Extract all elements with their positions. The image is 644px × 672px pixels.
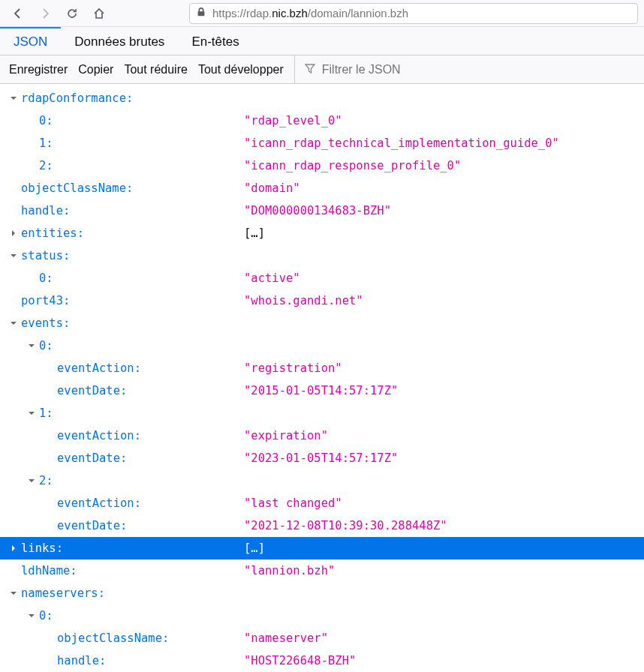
tree-row-port43[interactable]: port43:"whois.gandi.net" <box>0 290 644 312</box>
tree-row[interactable]: 2:"icann_rdap_response_profile_0" <box>0 154 644 177</box>
chevron-down-icon[interactable] <box>24 612 39 620</box>
browser-navigation-bar: https://rdap.nic.bzh/domain/lannion.bzh <box>0 0 644 27</box>
filter-input[interactable] <box>322 63 472 76</box>
tree-row[interactable]: eventDate:"2023-01-05T14:57:17Z" <box>0 447 644 470</box>
lock-icon <box>196 7 206 20</box>
tab-json[interactable]: JSON <box>0 27 61 55</box>
tree-row[interactable]: 0: <box>0 604 644 627</box>
reload-icon <box>66 8 78 20</box>
arrow-right-icon <box>39 8 51 20</box>
home-icon <box>93 8 105 20</box>
collapse-all-button[interactable]: Tout réduire <box>124 63 188 76</box>
tree-row[interactable]: 1: <box>0 402 644 424</box>
chevron-down-icon[interactable] <box>6 320 21 327</box>
tree-row[interactable]: eventAction:"last changed" <box>0 492 644 514</box>
back-button[interactable] <box>6 3 30 24</box>
copy-button[interactable]: Copier <box>78 63 113 76</box>
chevron-down-icon[interactable] <box>24 410 39 417</box>
tree-row[interactable]: eventDate:"2015-01-05T14:57:17Z" <box>0 380 644 402</box>
filter-box <box>294 56 635 83</box>
tab-raw-data[interactable]: Données brutes <box>61 27 178 55</box>
chevron-down-icon[interactable] <box>24 342 39 350</box>
chevron-right-icon[interactable] <box>6 230 21 237</box>
tree-row[interactable]: eventDate:"2021-12-08T10:39:30.288448Z" <box>0 514 644 537</box>
save-button[interactable]: Enregistrer <box>9 63 68 76</box>
tree-row-links[interactable]: links:[…] <box>0 537 644 560</box>
url-bar[interactable]: https://rdap.nic.bzh/domain/lannion.bzh <box>189 3 638 24</box>
tree-row-events[interactable]: events: <box>0 312 644 334</box>
tree-row[interactable]: 2: <box>0 470 644 492</box>
json-toolbar: Enregistrer Copier Tout réduire Tout dév… <box>0 56 644 84</box>
tab-headers[interactable]: En-têtes <box>178 27 252 55</box>
chevron-down-icon[interactable] <box>24 477 39 484</box>
tree-row-status[interactable]: status: <box>0 244 644 267</box>
tree-row[interactable]: 1:"icann_rdap_technical_implementation_g… <box>0 132 644 154</box>
tree-row-objectclassname[interactable]: objectClassName:"domain" <box>0 177 644 200</box>
tree-row[interactable]: 0:"active" <box>0 267 644 290</box>
tree-row-handle[interactable]: handle:"DOM000000134683-BZH" <box>0 200 644 222</box>
tree-row[interactable]: eventAction:"expiration" <box>0 424 644 447</box>
chevron-down-icon[interactable] <box>6 590 21 597</box>
tree-row[interactable]: 0:"rdap_level_0" <box>0 110 644 132</box>
tree-row[interactable]: 0: <box>0 334 644 357</box>
json-tree: rdapConformance: 0:"rdap_level_0" 1:"ica… <box>0 84 644 672</box>
tree-row[interactable]: handle:"HOST226648-BZH" <box>0 650 644 672</box>
tree-row-nameservers[interactable]: nameservers: <box>0 582 644 604</box>
tree-row[interactable]: eventAction:"registration" <box>0 357 644 380</box>
chevron-down-icon[interactable] <box>6 252 21 260</box>
expand-all-button[interactable]: Tout développer <box>198 63 284 76</box>
url-text: https://rdap.nic.bzh/domain/lannion.bzh <box>212 7 408 20</box>
chevron-down-icon[interactable] <box>6 94 21 102</box>
arrow-left-icon <box>12 8 24 20</box>
forward-button[interactable] <box>33 3 57 24</box>
chevron-right-icon[interactable] <box>6 544 21 552</box>
tree-row-entities[interactable]: entities:[…] <box>0 222 644 244</box>
tree-row-rdapconformance[interactable]: rdapConformance: <box>0 87 644 110</box>
viewer-tabs: JSON Données brutes En-têtes <box>0 27 644 56</box>
tree-row[interactable]: objectClassName:"nameserver" <box>0 627 644 650</box>
home-button[interactable] <box>87 3 111 24</box>
reload-button[interactable] <box>60 3 84 24</box>
funnel-icon <box>304 62 316 76</box>
tree-row-ldhname[interactable]: ldhName:"lannion.bzh" <box>0 560 644 582</box>
